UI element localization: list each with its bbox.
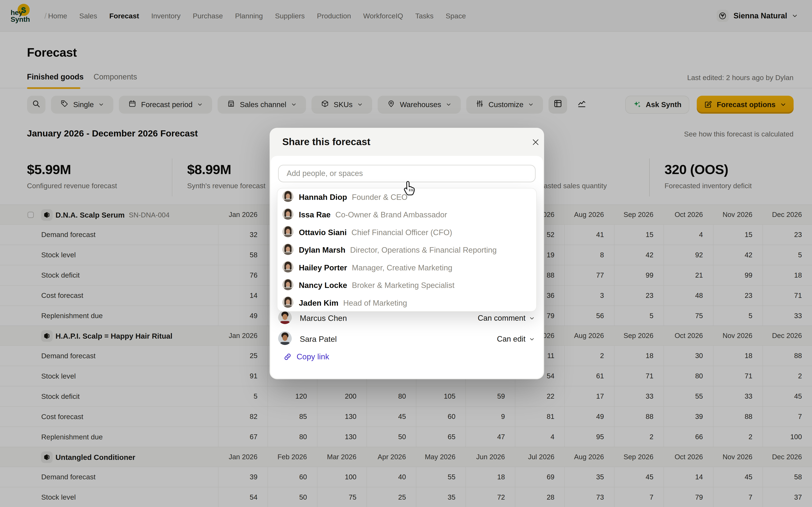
avatar	[278, 310, 292, 326]
permission-dropdown[interactable]: Can comment	[478, 314, 535, 323]
avatar	[282, 208, 294, 222]
avatar	[282, 296, 294, 310]
suggestion-row[interactable]: Nancy LockeBroker & Marketing Specialist	[277, 277, 536, 294]
suggestion-row[interactable]: Jaden KimHead of Marketing	[277, 294, 536, 312]
suggestion-row[interactable]: Ottavio SianiChief Financial Officer (CF…	[277, 224, 536, 241]
share-modal: Share this forecast Marcus ChenCan comme…	[270, 128, 544, 379]
avatar	[278, 331, 292, 347]
avatar	[282, 279, 294, 292]
app: heySynth / HomeSalesForecastInventoryPur…	[0, 0, 812, 507]
copy-link-button[interactable]: Copy link	[283, 351, 329, 362]
suggestion-row[interactable]: Issa RaeCo-Owner & Brand Ambassador	[277, 206, 536, 224]
avatar	[282, 190, 294, 204]
modal-title: Share this forecast	[282, 128, 370, 156]
share-input[interactable]	[278, 165, 536, 182]
close-icon[interactable]	[531, 138, 540, 147]
member-row: Sara PatelCan edit	[278, 330, 535, 348]
link-icon	[283, 352, 292, 361]
people-suggestions-dropdown: Hannah DiopFounder & CEOIssa RaeCo-Owner…	[277, 188, 537, 312]
permission-dropdown[interactable]: Can edit	[497, 335, 535, 343]
avatar	[282, 261, 294, 274]
suggestion-row[interactable]: Dylan MarshDirector, Operations & Financ…	[277, 241, 536, 259]
avatar	[282, 243, 294, 257]
suggestion-row[interactable]: Hailey PorterManager, Creative Marketing	[277, 259, 536, 277]
member-row: Marcus ChenCan comment	[278, 309, 535, 327]
avatar	[282, 226, 294, 239]
mouse-cursor	[403, 181, 417, 196]
